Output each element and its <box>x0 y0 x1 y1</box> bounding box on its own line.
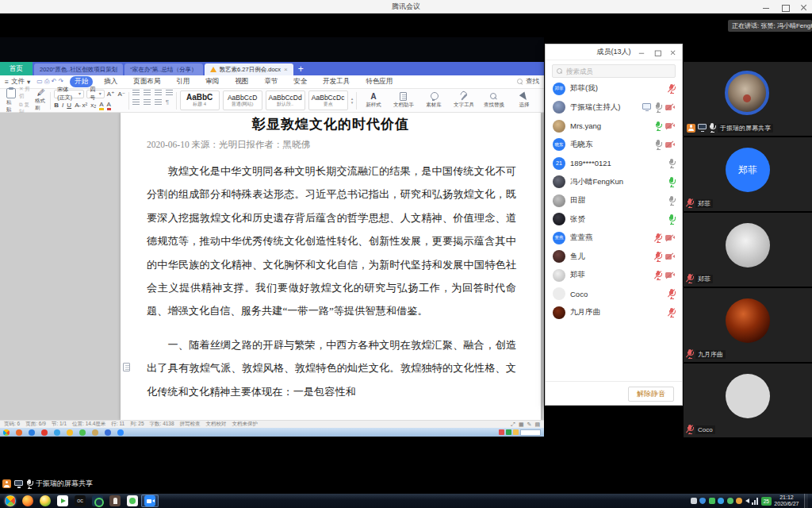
video-tile[interactable]: 郑菲 <box>684 213 812 287</box>
blue-tray-icon[interactable] <box>718 498 724 504</box>
taskbar-app[interactable] <box>19 495 36 507</box>
find-replace-button[interactable]: 查找替换 <box>481 93 508 109</box>
ribbon-tab-review[interactable]: 审阅 <box>201 76 224 87</box>
style-heading4[interactable]: AaBbC 标题 4 <box>180 90 220 110</box>
start-button[interactable] <box>5 495 16 506</box>
wps-home-tab[interactable]: 首页 <box>0 62 33 75</box>
member-row[interactable]: Coco <box>546 285 682 304</box>
wps-doc-tab[interactable]: 2020“原色..社区创效项目策划 <box>34 64 123 75</box>
app-icon[interactable] <box>41 429 48 436</box>
taskbar-app[interactable] <box>124 495 141 507</box>
close-icon[interactable] <box>669 49 677 56</box>
font-name-select[interactable]: 宋体 (正文)▾ <box>54 90 84 98</box>
wps-doc-tab[interactable]: “家在办”第..总结（分享） <box>124 64 202 75</box>
format-painter-button[interactable]: 🖉 格式刷 <box>35 89 47 112</box>
style-keypoint[interactable]: AaBbCcDc 要点 <box>308 90 348 110</box>
ribbon-tab-section[interactable]: 章节 <box>259 76 282 87</box>
read-mode-icon[interactable]: ▤ <box>534 421 540 428</box>
app-icon[interactable] <box>79 429 86 436</box>
start-button[interactable] <box>3 429 10 436</box>
new-tab-button[interactable]: + <box>298 64 304 75</box>
doc-assistant-button[interactable]: 文档助手 <box>390 92 417 109</box>
video-tile[interactable]: 九月序曲 <box>684 288 812 362</box>
mic-icon[interactable] <box>655 102 661 112</box>
mic-active-icon[interactable] <box>668 177 675 187</box>
comment-icon[interactable] <box>123 363 130 371</box>
maximize-icon[interactable] <box>653 49 661 56</box>
show-desktop-button[interactable] <box>804 494 808 508</box>
superscript-button[interactable]: x² <box>82 102 87 109</box>
minimize-icon[interactable] <box>761 3 771 11</box>
status-word-count[interactable]: 字数: 4138 <box>150 421 174 428</box>
ribbon-tab-layout[interactable]: 页面布局 <box>128 76 165 87</box>
align-left-icon[interactable] <box>132 99 140 105</box>
ime-toolbar[interactable] <box>520 429 541 436</box>
member-row[interactable]: 21 189****0121 <box>546 154 682 173</box>
close-tab-icon[interactable]: × <box>284 64 288 75</box>
printer-tray-icon[interactable] <box>691 498 697 504</box>
ribbon-tab-special[interactable]: 特色应用 <box>361 76 397 87</box>
edit-mode-icon[interactable]: ✎ <box>527 421 532 428</box>
green-tray-icon[interactable] <box>727 498 733 504</box>
select-button[interactable]: 选择 <box>511 93 538 109</box>
status-proofread[interactable]: 文档校对 <box>206 421 227 428</box>
app-icon[interactable] <box>16 429 22 436</box>
fit-page-icon[interactable]: ⤢ <box>511 421 515 428</box>
strikethrough-button[interactable]: A̶ <box>75 102 79 109</box>
app-icon[interactable] <box>54 429 60 436</box>
paste-button[interactable]: 粘贴 <box>6 88 16 114</box>
search-input[interactable] <box>566 67 661 75</box>
app-icon[interactable] <box>67 429 73 436</box>
video-tile[interactable]: 郑菲 郑菲 <box>684 137 812 211</box>
material-library-button[interactable]: 素材库 <box>420 92 447 109</box>
member-row[interactable]: 张赟 <box>546 210 682 229</box>
status-spellcheck[interactable]: 拼写检查 <box>180 421 201 428</box>
shield-tray-icon[interactable] <box>699 498 706 504</box>
member-row[interactable]: 鱼儿 <box>546 248 682 267</box>
mic-icon[interactable] <box>668 196 675 206</box>
video-tile[interactable]: Coco <box>684 364 812 437</box>
align-right-icon[interactable] <box>155 99 162 105</box>
wps-doc-tab-active[interactable]: 敦艺素6.27日例会.docx × <box>205 64 293 75</box>
highlight-color-button[interactable]: A <box>99 101 103 110</box>
style-normal-web[interactable]: AaBbCcD 普通(网站) <box>223 90 262 110</box>
minimize-icon[interactable] <box>638 49 645 56</box>
member-row[interactable]: Mrs.yang <box>546 117 682 136</box>
app-icon[interactable] <box>92 429 98 436</box>
ribbon-tab-security[interactable]: 安全 <box>289 76 312 87</box>
cut-button[interactable]: ✕ 剪切 <box>19 86 32 100</box>
volume-icon[interactable] <box>745 498 749 503</box>
close-icon[interactable] <box>799 3 809 11</box>
member-row[interactable]: 九月序曲 <box>546 303 682 322</box>
member-row[interactable]: 郑菲 郑菲(我) <box>546 79 682 98</box>
font-size-select[interactable]: 四号▾ <box>86 90 105 98</box>
member-row[interactable]: 晓东 毛晓东 <box>546 136 682 155</box>
taskbar-app[interactable]: OC <box>71 495 89 507</box>
maximize-icon[interactable] <box>780 3 790 11</box>
ribbon-tab-references[interactable]: 引用 <box>171 76 194 87</box>
member-row[interactable]: 冯小晴FengKun <box>546 173 682 192</box>
taskbar-app-active[interactable] <box>141 495 159 507</box>
taskbar-app[interactable] <box>106 495 124 507</box>
align-center-icon[interactable] <box>144 99 151 105</box>
quick-access-toolbar[interactable]: ▭ ⎙ ↶ ↷ <box>36 78 63 86</box>
member-row[interactable]: 于振瑞(主持人) <box>546 98 682 117</box>
shrink-font-button[interactable]: A⁻ <box>117 90 125 98</box>
bold-button[interactable]: B <box>54 102 59 109</box>
network-icon[interactable] <box>752 498 758 505</box>
style-default[interactable]: AaBbCcDd 默认段.. <box>266 90 305 110</box>
document-page[interactable]: 彰显敦煌文化的时代价值 2020-06-10 来源：光明日报作者：黑晓佛 敦煌文… <box>121 113 541 420</box>
indent-increase-icon[interactable] <box>166 90 173 95</box>
mic-active-icon[interactable] <box>655 121 661 131</box>
indent-decrease-icon[interactable] <box>155 90 162 95</box>
style-gallery-scroll[interactable]: ▴▾ <box>351 97 354 105</box>
taskbar-app[interactable] <box>54 495 71 507</box>
member-search-box[interactable] <box>552 64 676 78</box>
ribbon-tab-view[interactable]: 视图 <box>230 76 253 87</box>
member-row[interactable]: 郑菲 <box>546 266 682 285</box>
ribbon-tab-insert[interactable]: 插入 <box>99 76 122 87</box>
find-button[interactable]: 查找 <box>517 77 539 87</box>
unmute-button[interactable]: 解除静音 <box>628 387 674 402</box>
font-color-button[interactable]: A <box>107 101 111 110</box>
ime-icon[interactable] <box>513 429 519 435</box>
